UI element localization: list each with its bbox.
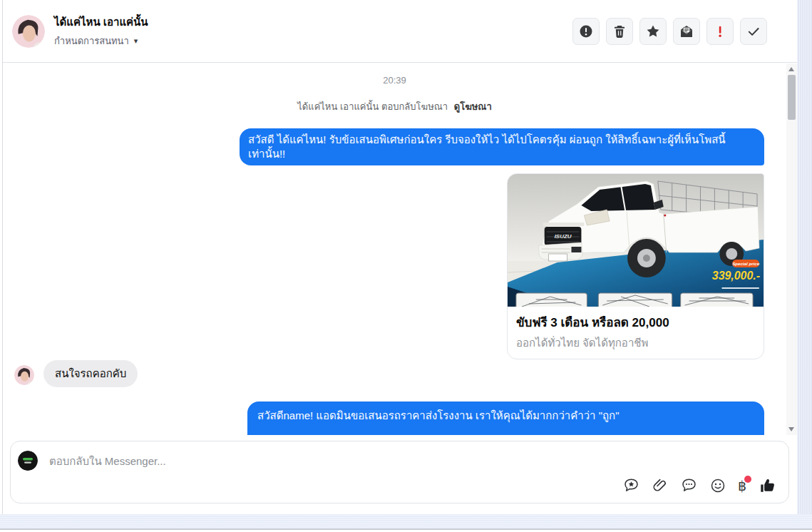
conversation-title: ได้แค่ไหน เอาแค่นั้น xyxy=(54,14,148,31)
reply-input[interactable] xyxy=(48,452,447,469)
saved-replies-button[interactable] xyxy=(621,476,642,496)
emoji-button[interactable] xyxy=(708,476,728,496)
report-button[interactable] xyxy=(572,18,600,45)
incoming-message-row: สนใจรถคอกคับ xyxy=(14,360,138,387)
outgoing-message-1: สวัสดี ได้แค่ไหน! รับข้อเสนอพิเศษก่อนใคร… xyxy=(240,128,764,165)
smiley-icon xyxy=(709,477,726,494)
person-avatar-icon xyxy=(12,15,45,48)
attach-file-button[interactable] xyxy=(650,476,670,496)
ad-attachment-card[interactable]: ISUZU Special price 339,000.- xyxy=(507,173,764,359)
mark-done-check-icon xyxy=(746,24,761,39)
system-message: ได้แค่ไหน เอาแค่นั้น ตอบกลับโฆษณา ดูโฆษณ… xyxy=(3,99,786,114)
mark-done-button[interactable] xyxy=(740,18,767,45)
ad-card-subtitle: ออกได้ทั่วไทย จัดได้ทุกอาชีพ xyxy=(516,334,755,352)
payment-baht-button[interactable]: ฿ xyxy=(736,478,748,494)
ad-fineprint xyxy=(721,287,759,289)
mark-unread-button[interactable] xyxy=(673,18,700,45)
timestamp: 20:39 xyxy=(3,75,786,86)
exclamation-circle-icon xyxy=(579,24,593,39)
page-divider-bottom xyxy=(0,528,812,530)
person-avatar-icon xyxy=(14,365,34,385)
header-meta: ได้แค่ไหน เอาแค่นั้น กำหนดการสนทนา ▾ xyxy=(54,14,148,48)
schedule-dropdown[interactable]: กำหนดการสนทนา ▾ xyxy=(54,34,148,48)
message-list[interactable]: 20:39 ได้แค่ไหน เอาแค่นั้น ตอบกลับโฆษณา … xyxy=(3,63,786,435)
paperclip-icon xyxy=(652,477,669,494)
thumbs-up-icon xyxy=(758,476,777,495)
scroll-down-arrow-icon[interactable] xyxy=(788,427,794,431)
page-background-right xyxy=(797,0,812,528)
scrollbar-thumb[interactable] xyxy=(788,75,796,120)
chevron-down-icon: ▾ xyxy=(134,37,138,45)
star-icon xyxy=(646,24,660,39)
truck-ad-image: ISUZU Special price 339,000.- xyxy=(508,174,764,307)
notification-dot xyxy=(744,476,751,483)
page-avatar xyxy=(18,451,38,471)
truck-brand-label: ISUZU xyxy=(555,233,572,240)
comment-dots-icon xyxy=(680,477,698,494)
price-text: 339,000.- xyxy=(712,270,760,282)
priority-button[interactable] xyxy=(706,18,734,45)
system-message-text: ได้แค่ไหน เอาแค่นั้น ตอบกลับโฆษณา xyxy=(297,101,448,112)
incoming-message-1: สนใจรถคอกคับ xyxy=(43,360,138,387)
schedule-label: กำหนดการสนทนา xyxy=(54,34,129,48)
reply-composer[interactable]: ฿ xyxy=(10,441,789,503)
star-button[interactable] xyxy=(639,18,667,45)
page-logo-icon xyxy=(18,451,38,471)
ad-card-body: ขับฟรี 3 เดือน หรือลด 20,000 ออกได้ทั่วไ… xyxy=(508,307,764,359)
page-background-bottom xyxy=(0,514,812,528)
like-button[interactable] xyxy=(756,475,778,496)
ad-thumbnails xyxy=(516,293,753,307)
conversation-header: ได้แค่ไหน เอาแค่นั้น กำหนดการสนทนา ▾ xyxy=(3,0,797,63)
composer-actions: ฿ xyxy=(621,475,778,496)
mark-unread-envelope-icon xyxy=(679,24,694,39)
delete-button[interactable] xyxy=(606,18,633,45)
avatar[interactable] xyxy=(14,365,34,385)
ad-card-title: ขับฟรี 3 เดือน หรือลด 20,000 xyxy=(516,312,755,332)
scroll-up-arrow-icon[interactable] xyxy=(788,67,794,71)
bubble-star-icon xyxy=(622,477,640,494)
priority-exclamation-icon xyxy=(713,24,727,39)
comment-button[interactable] xyxy=(679,476,699,496)
view-ad-link[interactable]: ดูโฆษณา xyxy=(454,101,492,112)
conversation-toolbar xyxy=(572,18,767,45)
outgoing-message-2: สวัสดีname! แอดมินขอเสนอรถราคาส่งโรงงาน … xyxy=(247,401,764,435)
avatar[interactable] xyxy=(12,15,45,48)
chat-scrollbar[interactable] xyxy=(786,63,797,435)
special-price-label: Special price xyxy=(732,261,760,266)
trash-icon xyxy=(612,24,627,39)
